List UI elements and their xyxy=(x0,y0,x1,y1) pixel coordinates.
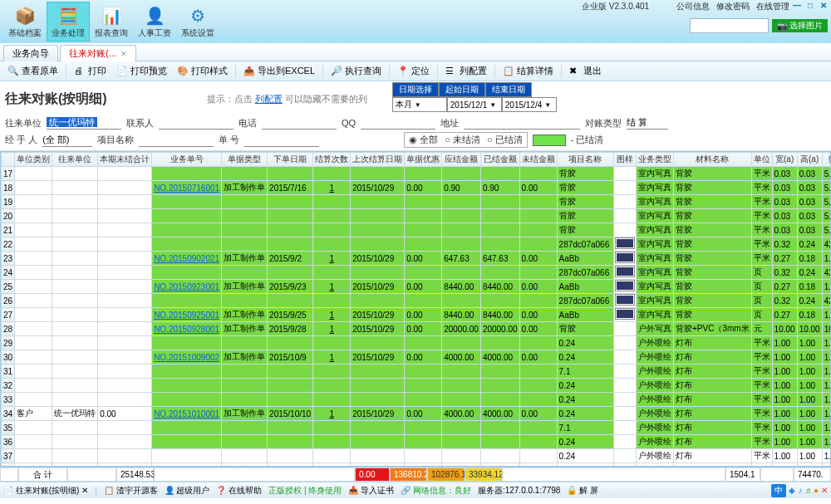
col-单据类型[interactable]: 单据类型 xyxy=(222,153,268,167)
tbtn-退出[interactable]: ✖退出 xyxy=(565,64,606,78)
in-qq[interactable] xyxy=(361,116,435,130)
table-row[interactable]: 25NO.20150923001加工制作单2015/9/2312015/10/2… xyxy=(2,280,832,294)
tray-ime[interactable]: 中 xyxy=(771,484,786,497)
main-btn-基础档案[interactable]: 📦 基础档案 xyxy=(3,2,47,42)
order-link[interactable]: NO.20150716001 xyxy=(154,183,219,193)
tray-icon[interactable]: ✕ xyxy=(821,486,828,495)
tbtn-导出到EXCEL[interactable]: 📤导出到EXCEL xyxy=(239,64,319,78)
tbtn-查看原单[interactable]: 🔍查看原单 xyxy=(3,64,62,78)
tab-close-icon[interactable]: ✕ xyxy=(120,50,127,58)
tab-往来对账(...[interactable]: 往来对账(...✕ xyxy=(60,45,136,61)
status-import[interactable]: 📥 导入证书 xyxy=(348,485,394,497)
tray-icon[interactable]: ◆ xyxy=(789,486,795,495)
tbtn-打印[interactable]: 🖨打印 xyxy=(70,64,111,78)
hint-link[interactable]: 列配置 xyxy=(255,94,283,104)
in-proj[interactable] xyxy=(139,134,214,147)
table-row[interactable]: 290.24户外喷绘灯布平米1.001.001.001000.001.00100… xyxy=(2,336,832,350)
link-online[interactable]: 在线管理 xyxy=(756,1,789,12)
tray-icon[interactable]: ♪ xyxy=(798,486,802,495)
close-icon[interactable]: ✕ xyxy=(818,0,829,10)
order-link[interactable]: NO.20150902021 xyxy=(154,254,219,263)
link-password[interactable]: 修改密码 xyxy=(716,1,750,12)
tbtn-列配置[interactable]: ☰列配置 xyxy=(441,64,491,78)
status-item-1[interactable]: 📋 渣宇开源客 xyxy=(104,485,158,497)
table-row[interactable]: 357.1户外喷绘灯布平米1.001.001.001000.001.001000… xyxy=(2,421,832,435)
in-phone[interactable] xyxy=(262,116,337,130)
data-grid[interactable]: 单位类别往来单位本期末结合计业务单号单据类型下单日期结算次数上次结算日期单据优惠… xyxy=(0,151,831,467)
col-[interactable] xyxy=(2,153,15,167)
tab-业务向导[interactable]: 业务向导 xyxy=(3,45,58,61)
col-单位[interactable]: 单位 xyxy=(751,153,772,167)
tray-icon[interactable]: ● xyxy=(814,486,819,495)
table-row[interactable]: 34客户统一优玛特0.00NO.20151010001加工制作单2015/10/… xyxy=(2,407,832,421)
status-item-2[interactable]: 👤 超级用户 xyxy=(165,485,210,497)
in-no[interactable] xyxy=(244,134,319,147)
in-handler[interactable]: (全 部) xyxy=(42,134,92,147)
main-btn-系统设置[interactable]: ⚙ 系统设置 xyxy=(176,2,219,42)
table-row[interactable]: 22287dc07a066室内写真背胶平米0.320.24421.0020.00… xyxy=(2,237,832,252)
table-row[interactable]: 330.24户外喷绘灯布平米1.001.001.001000.001.00100… xyxy=(2,393,832,407)
table-row[interactable]: 20背胶室内写真背胶平米0.030.035.0020.000.000.10 xyxy=(2,209,832,223)
table-row[interactable]: 26287dc07a066室内写真背胶页0.320.24421.0020.000… xyxy=(2,294,832,308)
table-row[interactable]: 27NO.20150925001加工制作单2015/9/2512015/10/2… xyxy=(2,308,832,322)
tbtn-定位[interactable]: 📍定位 xyxy=(393,64,434,78)
unit-chip[interactable]: 统一优玛特 xyxy=(47,117,97,127)
date-start[interactable]: 2015/12/1▼ xyxy=(447,97,502,112)
main-btn-人事工资[interactable]: 👤 人事工资 xyxy=(133,2,176,42)
tbtn-打印预览[interactable]: 📄打印预览 xyxy=(112,64,171,78)
maximize-icon[interactable]: □ xyxy=(804,0,816,10)
table-row[interactable]: 21背胶室内写真背胶平米0.030.035.0020.000.000.10 xyxy=(2,223,832,237)
minimize-icon[interactable]: — xyxy=(791,0,803,10)
col-结算次数[interactable]: 结算次数 xyxy=(313,153,351,167)
radio-unsettled[interactable]: ○ 未结清 xyxy=(445,134,480,146)
tbtn-结算详情[interactable]: 📋结算详情 xyxy=(499,64,558,78)
radio-all[interactable]: ◉ 全部 xyxy=(409,134,438,146)
table-row[interactable]: 18NO.20150716001加工制作单2015/7/1612015/10/2… xyxy=(2,181,832,195)
tray-icon[interactable]: ♬ xyxy=(804,486,811,495)
link-company[interactable]: 公司信息 xyxy=(676,1,710,12)
table-row[interactable]: 320.24户外喷绘灯布平米1.001.001.001000.001.00100… xyxy=(2,379,832,393)
col-本期末结合计[interactable]: 本期末结合计 xyxy=(98,153,152,167)
in-contact[interactable] xyxy=(159,116,234,130)
col-宽(a)[interactable]: 宽(a) xyxy=(772,153,797,167)
order-link[interactable]: NO.20151009002 xyxy=(154,353,219,362)
date-sel-type[interactable]: 本月▼ xyxy=(392,97,447,112)
table-row[interactable]: 360.24户外喷绘灯布平米1.001.001.001000.001.00100… xyxy=(2,435,832,449)
status-tab[interactable]: 📄 往来对账(按明细) ✕ xyxy=(3,485,88,497)
date-end[interactable]: 2015/12/4▼ xyxy=(502,97,557,112)
tbtn-执行查询[interactable]: 🔎执行查询 xyxy=(327,64,386,78)
col-图样[interactable]: 图样 xyxy=(613,153,636,167)
col-数量[interactable]: 数量 xyxy=(822,153,831,167)
table-row[interactable]: 17背胶室内写真背胶平米0.030.035.0020.000.000.10 xyxy=(2,167,832,181)
order-link[interactable]: NO.20150923001 xyxy=(154,282,219,291)
col-未结金额[interactable]: 未结金额 xyxy=(519,153,557,167)
order-link[interactable]: NO.20150928001 xyxy=(154,325,219,334)
table-row[interactable]: 30NO.20151009002加工制作单2015/10/912015/10/2… xyxy=(2,350,832,365)
tbtn-打印样式[interactable]: 🎨打印样式 xyxy=(173,64,232,78)
col-往来单位[interactable]: 往来单位 xyxy=(52,153,98,167)
col-单据优惠[interactable]: 单据优惠 xyxy=(405,153,442,167)
table-row[interactable]: 23NO.20150902021加工制作单2015/9/212015/10/29… xyxy=(2,252,832,266)
main-btn-业务处理[interactable]: 🧮 业务处理 xyxy=(47,2,90,42)
table-row[interactable]: 28NO.20150928001加工制作单2015/9/2812015/10/2… xyxy=(2,322,832,336)
table-row[interactable]: 317.1户外喷绘灯布平米1.001.001.001000.001.001000… xyxy=(2,365,832,379)
col-业务类型[interactable]: 业务类型 xyxy=(636,153,673,167)
col-已结金额[interactable]: 已结金额 xyxy=(480,153,519,167)
table-row[interactable]: 370.24户外喷绘灯布平米1.001.001.001000.001.00100… xyxy=(2,449,832,463)
main-btn-报表查询[interactable]: 📊 报表查询 xyxy=(90,2,133,42)
col-业务单号[interactable]: 业务单号 xyxy=(152,153,222,167)
col-高(a)[interactable]: 高(a) xyxy=(797,153,822,167)
status-item-3[interactable]: ❓ 在线帮助 xyxy=(216,485,262,497)
in-rec-type[interactable]: 结 算 xyxy=(627,116,668,130)
col-下单日期[interactable]: 下单日期 xyxy=(268,153,313,167)
radio-settled[interactable]: ○ 已结清 xyxy=(487,134,523,146)
select-image-button[interactable]: 📷 选择图片 xyxy=(772,19,828,32)
col-应结金额[interactable]: 应结金额 xyxy=(442,153,481,167)
table-row[interactable]: 19背胶室内写真背胶平米0.030.035.0020.000.000.10 xyxy=(2,195,832,209)
table-row[interactable]: 24287dc07a066室内写真背胶页0.320.24421.0020.000… xyxy=(2,266,832,280)
col-单位类别[interactable]: 单位类别 xyxy=(15,153,52,167)
col-材料名称[interactable]: 材料名称 xyxy=(673,153,751,167)
status-unlock[interactable]: 🔓 解 屏 xyxy=(567,485,598,497)
col-上次结算日期[interactable]: 上次结算日期 xyxy=(351,153,405,167)
in-addr[interactable] xyxy=(464,116,580,130)
